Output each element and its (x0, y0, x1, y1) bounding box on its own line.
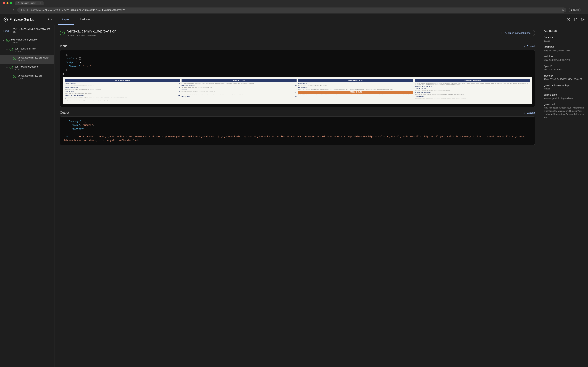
tab-overflow-button[interactable]: ⌄ (584, 1, 587, 5)
new-tab-button[interactable]: + (45, 1, 47, 5)
input-title: Input (60, 44, 67, 48)
tree-item-gemini-pro[interactable]: vertexai/gemini-1.0-pro 2.70s (0, 73, 54, 82)
browser-chrome: Firebase Genkit × + ⌄ ← → ⟳ ⓘ localhost:… (0, 0, 588, 14)
expand-icon: ⤢ (523, 111, 526, 114)
url-bar[interactable]: ⓘ localhost:4000/inspect/flows/dev/20d21… (17, 8, 566, 13)
main-layout: Flows › 20d21acf-c72b-42b4-8d9b-c7514e60… (0, 25, 588, 367)
success-icon (9, 66, 13, 69)
svg-line-13 (581, 20, 582, 21)
attr-start-time: Start time May 23, 2024, 5:50:47 PM (544, 46, 585, 52)
svg-line-11 (581, 18, 582, 18)
success-icon (60, 31, 65, 35)
svg-line-14 (584, 18, 584, 18)
tab-title: Firebase Genkit (21, 2, 35, 4)
attributes-title: Attributes (544, 29, 585, 33)
browser-menu-button[interactable]: ⋮ (583, 8, 586, 12)
svg-line-12 (584, 20, 584, 21)
sidebar: Flows › 20d21acf-c72b-42b4-8d9b-c7514e60… (0, 25, 54, 367)
success-icon (13, 57, 16, 60)
minimize-window-button[interactable] (7, 2, 8, 4)
browser-tab[interactable]: Firebase Genkit × (15, 1, 43, 5)
input-code-block: }, "tools": [], "output": { "format": "t… (60, 50, 535, 107)
close-window-button[interactable] (3, 2, 5, 4)
breadcrumb-trace-id: 20d21acf-c72b-42b4-8d9b-c7514e60fd7d (13, 28, 51, 34)
breadcrumb: Flows › 20d21acf-c72b-42b4-8d9b-c7514e60… (0, 25, 54, 37)
maximize-window-button[interactable] (10, 2, 12, 4)
browser-tabs-bar: Firebase Genkit × + ⌄ (0, 0, 588, 6)
tree-item-gemini-vision[interactable]: vertexai/gemini-1.0-pro-vision 10.82s (0, 55, 54, 64)
open-model-runner-button[interactable]: ▷ Open in model runner (502, 30, 535, 36)
back-button[interactable]: ← (2, 8, 5, 12)
chevron-down-icon[interactable]: ⌄ (3, 39, 4, 41)
info-icon[interactable]: ⓘ (20, 8, 22, 12)
output-section-header: Output ⤢ Expand (60, 111, 535, 115)
nav-tabs: Run Inspect Evaluate (44, 15, 94, 25)
chevron-down-icon[interactable]: ⌄ (6, 66, 8, 68)
success-icon (9, 48, 13, 51)
attributes-panel: Attributes Duration 10.82s Start time Ma… (540, 25, 588, 367)
person-icon: ◉ (571, 9, 572, 11)
app-header: Firebase Genkit Run Inspect Evaluate (0, 14, 588, 25)
span-title: vertexai/gemini-1.0-pro-vision (67, 29, 117, 33)
attr-subtype: genkit:metadata:subtype model (544, 84, 585, 90)
tree-item-vision-question[interactable]: ⌄ s05_visionMenuQuestion 13.64s (0, 37, 54, 46)
main-panel: vertexai/gemini-1.0-pro-vision Span ID: … (54, 25, 540, 367)
genkit-logo-icon (3, 17, 8, 22)
expand-input-button[interactable]: ⤢ Expand (523, 45, 535, 48)
forward-button: → (8, 8, 10, 12)
reload-button[interactable]: ⟳ (13, 8, 15, 12)
browser-toolbar: ← → ⟳ ⓘ localhost:4000/inspect/flows/dev… (0, 6, 588, 14)
document-icon[interactable] (574, 18, 578, 21)
breadcrumb-flows-link[interactable]: Flows (3, 30, 9, 32)
zoom-icon[interactable]: ⊖ (562, 9, 564, 11)
success-icon (6, 39, 9, 42)
theme-toggle-icon[interactable] (581, 18, 585, 21)
url-host: localhost (23, 9, 32, 11)
tab-inspect[interactable]: Inspect (58, 15, 74, 25)
attr-duration: Duration 10.82s (544, 36, 585, 42)
output-title: Output (60, 111, 69, 115)
attr-genkit-name: genkit:name vertexai/gemini-1.0-pro-visi… (544, 93, 585, 100)
header-actions (567, 18, 585, 21)
tab-run[interactable]: Run (44, 15, 57, 25)
firebase-icon (17, 2, 20, 4)
content-area: vertexai/gemini-1.0-pro-vision Span ID: … (54, 25, 588, 367)
logo[interactable]: Firebase Genkit (3, 17, 34, 22)
svg-marker-0 (18, 2, 19, 4)
output-code-block: "message": { "role": "model", "content":… (60, 117, 535, 145)
span-id-label: Span ID: 85410a912d269273 (67, 34, 117, 37)
resize-handle-icon[interactable]: ⋰ (533, 104, 534, 106)
info-icon[interactable] (567, 18, 570, 21)
svg-point-5 (568, 18, 569, 19)
output-text-content: " THE STARTING LINEUP\n\nSoft Pub Pretze… (63, 135, 528, 142)
expand-output-button[interactable]: ⤢ Expand (523, 111, 535, 114)
close-tab-icon[interactable]: × (40, 2, 42, 4)
tab-evaluate[interactable]: Evaluate (76, 15, 94, 25)
guest-badge[interactable]: ◉ Guest (569, 8, 580, 12)
input-section-header: Input ⤢ Expand (60, 44, 535, 48)
attr-genkit-path: genkit:path /dev-run-action-wrapper/s05_… (544, 103, 585, 119)
attr-end-time: End time May 23, 2024, 5:50:57 PM (544, 55, 585, 62)
chevron-right-icon: › (10, 30, 11, 32)
success-icon (13, 75, 16, 78)
tree-item-read-menu-flow[interactable]: ⌄ s05_readMenuFlow 10.89s (0, 46, 54, 55)
traffic-lights (1, 2, 14, 4)
tree-item-text-question[interactable]: ⌄ s05_textMenuQuestion 2.73s (0, 64, 54, 73)
menu-image-preview: THE STARTING LINEUP Soft Pub Pretzel8 Se… (63, 77, 532, 104)
expand-icon: ⤢ (523, 45, 526, 48)
play-icon: ▷ (505, 32, 507, 34)
attr-trace-id: Trace ID 41c61639a9b7cd74f2323434100a8e9… (544, 74, 585, 81)
svg-point-2 (5, 19, 6, 20)
attr-span-id: Span ID 85410a912d269273 (544, 65, 585, 71)
chevron-down-icon[interactable]: ⌄ (6, 48, 8, 50)
span-header: vertexai/gemini-1.0-pro-vision Span ID: … (60, 29, 535, 40)
svg-point-6 (582, 19, 583, 20)
